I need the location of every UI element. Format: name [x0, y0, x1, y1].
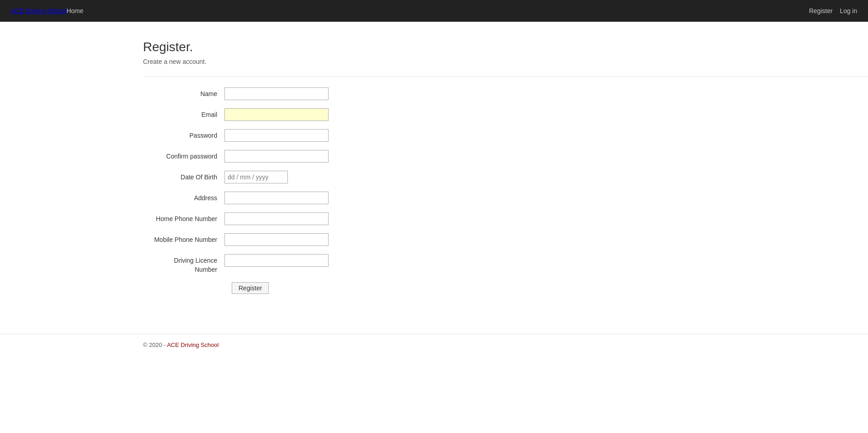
- dob-label: Date Of Birth: [143, 171, 224, 183]
- mobile-phone-label: Mobile Phone Number: [143, 233, 224, 246]
- licence-input[interactable]: [224, 254, 329, 267]
- password-field-group: Password: [143, 129, 415, 142]
- navbar: ACE Driving School Home Register Log in: [0, 0, 868, 22]
- email-input[interactable]: [224, 108, 329, 121]
- licence-field-group: Driving Licence Number: [143, 254, 415, 274]
- home-phone-field-group: Home Phone Number: [143, 212, 415, 225]
- confirm-password-label: Confirm password: [143, 150, 224, 163]
- nav-login-link[interactable]: Log in: [840, 7, 857, 14]
- name-input[interactable]: [224, 87, 329, 100]
- password-label: Password: [143, 129, 224, 142]
- main-content: Register. Create a new account. Name Ema…: [0, 22, 868, 312]
- register-button[interactable]: Register: [232, 282, 269, 294]
- nav-register-link[interactable]: Register: [809, 7, 833, 14]
- divider: [143, 76, 868, 77]
- password-input[interactable]: [224, 129, 329, 142]
- name-field-group: Name: [143, 87, 415, 100]
- confirm-password-field-group: Confirm password: [143, 150, 415, 163]
- footer: © 2020 - ACE Driving School: [0, 334, 868, 348]
- address-field-group: Address: [143, 192, 415, 204]
- mobile-phone-input[interactable]: [224, 233, 329, 246]
- email-label: Email: [143, 108, 224, 121]
- register-form: Name Email Password Confirm password Dat…: [143, 87, 415, 294]
- dob-field-group: Date Of Birth: [143, 171, 415, 183]
- nav-home-link[interactable]: Home: [67, 7, 83, 14]
- dob-input[interactable]: [224, 171, 288, 183]
- footer-link[interactable]: ACE Driving School: [167, 342, 219, 348]
- confirm-password-input[interactable]: [224, 150, 329, 163]
- name-label: Name: [143, 87, 224, 100]
- footer-copyright: © 2020 -: [143, 342, 167, 348]
- email-field-group: Email: [143, 108, 415, 121]
- licence-label: Driving Licence Number: [143, 254, 224, 274]
- address-input[interactable]: [224, 192, 329, 204]
- mobile-phone-field-group: Mobile Phone Number: [143, 233, 415, 246]
- page-title: Register.: [143, 40, 868, 54]
- home-phone-input[interactable]: [224, 212, 329, 225]
- nav-brand[interactable]: ACE Driving School: [11, 7, 67, 14]
- page-subtitle: Create a new account.: [143, 58, 868, 65]
- home-phone-label: Home Phone Number: [143, 212, 224, 225]
- address-label: Address: [143, 192, 224, 204]
